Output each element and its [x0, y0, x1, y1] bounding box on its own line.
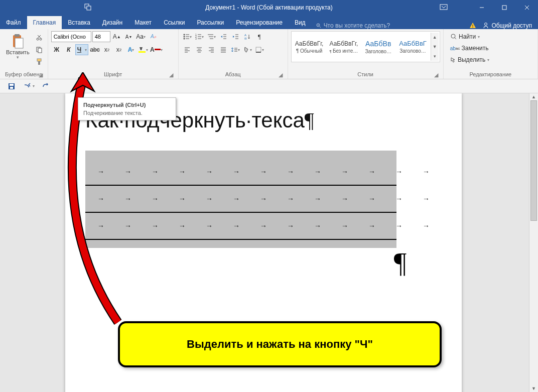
tab-mark-icon: → — [206, 195, 213, 203]
svg-text:!: ! — [472, 24, 474, 29]
share-button[interactable]: Общий доступ — [482, 22, 532, 29]
bullets-button[interactable]: ▾ — [182, 31, 193, 42]
superscript-button[interactable]: x2 — [113, 44, 124, 55]
font-name-input[interactable] — [51, 31, 91, 42]
tell-me-search[interactable]: Что вы хотите сделать? — [316, 22, 390, 29]
align-left-button[interactable] — [182, 44, 193, 55]
tab-mark-icon: → — [395, 195, 402, 203]
borders-button[interactable]: ▾ — [254, 44, 265, 55]
paragraph-group-label: Абзац — [225, 71, 241, 77]
close-button[interactable] — [515, 0, 538, 15]
increase-font-button[interactable]: A▲ — [111, 31, 122, 42]
select-button[interactable]: Выделить ▾ — [447, 54, 534, 65]
replace-button[interactable]: abac Заменить — [447, 43, 534, 54]
cut-button[interactable] — [34, 32, 45, 43]
svg-point-11 — [485, 23, 487, 25]
annotation-callout: Выделить и нажать на кнопку "Ч" — [118, 321, 442, 367]
italic-button[interactable]: К — [63, 44, 74, 55]
tab-mark-icon: → — [233, 168, 240, 176]
warning-icon[interactable]: ! — [469, 22, 476, 29]
tab-mailings[interactable]: Рассылки — [191, 16, 230, 29]
tab-mark-icon: → — [179, 168, 186, 176]
table-row[interactable]: →→→→→→→→→→→→→ — [85, 186, 396, 213]
style-no-spacing[interactable]: АаБбВвГг,¶ Без инте… — [327, 33, 360, 61]
group-editing: Найти ▾ abac Заменить Выделить ▾ Редакти… — [444, 29, 538, 79]
svg-rect-73 — [10, 84, 14, 86]
share-label: Общий доступ — [491, 22, 532, 29]
subscript-button[interactable]: x2 — [101, 44, 112, 55]
tab-references[interactable]: Ссылки — [158, 16, 191, 29]
save-button[interactable] — [6, 81, 17, 92]
underline-dropdown[interactable]: ▾ — [83, 48, 88, 52]
font-size-input[interactable] — [92, 31, 110, 42]
highlight-button[interactable]: ▾ — [138, 44, 149, 55]
ribbon-display-options-icon[interactable] — [440, 4, 448, 12]
underline-button[interactable]: Ч ▾ — [75, 44, 88, 55]
svg-point-16 — [40, 38, 42, 40]
table-row[interactable]: →→→→→→→→→→→→→ — [85, 213, 396, 240]
numbering-button[interactable]: 123▾ — [194, 31, 205, 42]
format-painter-button[interactable] — [34, 56, 45, 67]
multilevel-list-button[interactable]: ▾ — [206, 31, 217, 42]
bold-button[interactable]: Ж — [51, 44, 62, 55]
strikethrough-button[interactable]: abc — [89, 44, 100, 55]
scroll-up-icon[interactable]: ▲ — [529, 93, 538, 100]
tab-design[interactable]: Дизайн — [96, 16, 128, 29]
style-normal[interactable]: АаБбВвГг,Обычный — [293, 33, 326, 61]
ribbon-tabs: Файл Главная Вставка Дизайн Макет Ссылки… — [0, 15, 538, 29]
clipboard-dialog-launcher[interactable]: ◢ — [38, 72, 44, 78]
justify-button[interactable] — [218, 44, 229, 55]
font-dialog-launcher[interactable]: ◢ — [168, 72, 174, 78]
tab-home[interactable]: Главная — [27, 16, 62, 29]
paste-button[interactable]: Вставить ▼ — [3, 31, 33, 60]
vertical-scrollbar[interactable]: ▲ ▼ — [529, 93, 538, 392]
tab-mark-icon: → — [341, 168, 348, 176]
table-row[interactable]: →→→→→→→→→→→→→ — [85, 159, 396, 186]
gallery-expand-icon[interactable]: ▾ — [431, 51, 439, 61]
shading-button[interactable]: ▾ — [242, 44, 253, 55]
redo-button[interactable] — [40, 81, 51, 92]
find-button[interactable]: Найти ▾ — [447, 31, 534, 42]
tab-mark-icon: → — [206, 222, 213, 230]
svg-point-9 — [318, 25, 319, 26]
tab-layout[interactable]: Макет — [128, 16, 158, 29]
minimize-button[interactable] — [470, 0, 493, 15]
pilcrow-icon: ¶ — [394, 247, 407, 279]
align-right-button[interactable] — [206, 44, 217, 55]
scrollbar-thumb[interactable] — [530, 100, 537, 221]
tab-mark-icon: → — [233, 222, 240, 230]
tab-mark-icon: → — [97, 195, 104, 203]
line-spacing-button[interactable]: ▾ — [230, 44, 241, 55]
copy-button[interactable] — [34, 44, 45, 55]
styles-gallery-more[interactable]: ▲▼▾ — [431, 33, 439, 61]
tab-view[interactable]: Вид — [289, 16, 312, 29]
clipboard-label: Буфер обмена — [5, 71, 43, 77]
decrease-indent-button[interactable] — [218, 31, 229, 42]
change-case-button[interactable]: Aa▾ — [136, 31, 147, 42]
tab-insert[interactable]: Вставка — [62, 16, 96, 29]
paragraph-dialog-launcher[interactable]: ◢ — [278, 72, 284, 78]
tab-mark-icon: → — [124, 168, 131, 176]
group-font: A▲ A▼ Aa▾ A Ж К Ч ▾ abc x2 x2 A▾ ▾ A▾ Шр… — [48, 29, 179, 79]
tab-file[interactable]: Файл — [0, 16, 27, 29]
font-color-button[interactable]: A▾ — [150, 44, 163, 55]
align-center-button[interactable] — [194, 44, 205, 55]
svg-line-71 — [455, 38, 456, 39]
undo-button[interactable]: ▾ — [22, 81, 35, 92]
decrease-font-button[interactable]: A▼ — [123, 31, 134, 42]
style-heading2[interactable]: АаБбВвГЗаголово… — [396, 33, 430, 61]
document-table[interactable]: →→→→→→→→→→→→→→→→→→→→→→→→→→→→→→→→→→→→→→→ — [85, 151, 396, 248]
show-paragraph-marks-button[interactable]: ¶ — [254, 31, 265, 42]
maximize-button[interactable] — [493, 0, 515, 15]
sort-button[interactable]: AЯ — [242, 31, 253, 42]
style-heading1[interactable]: АаБбВвЗаголово… — [361, 33, 395, 61]
scroll-down-icon[interactable]: ▼ — [529, 385, 538, 392]
increase-indent-button[interactable] — [230, 31, 241, 42]
text-effects-button[interactable]: A▾ — [125, 44, 137, 55]
styles-dialog-launcher[interactable]: ◢ — [433, 72, 439, 78]
gallery-down-icon[interactable]: ▼ — [431, 42, 439, 52]
gallery-up-icon[interactable]: ▲ — [431, 33, 439, 42]
tab-review[interactable]: Рецензирование — [230, 16, 289, 29]
clear-formatting-button[interactable]: A — [148, 31, 159, 42]
tab-mark-icon: → — [314, 168, 321, 176]
